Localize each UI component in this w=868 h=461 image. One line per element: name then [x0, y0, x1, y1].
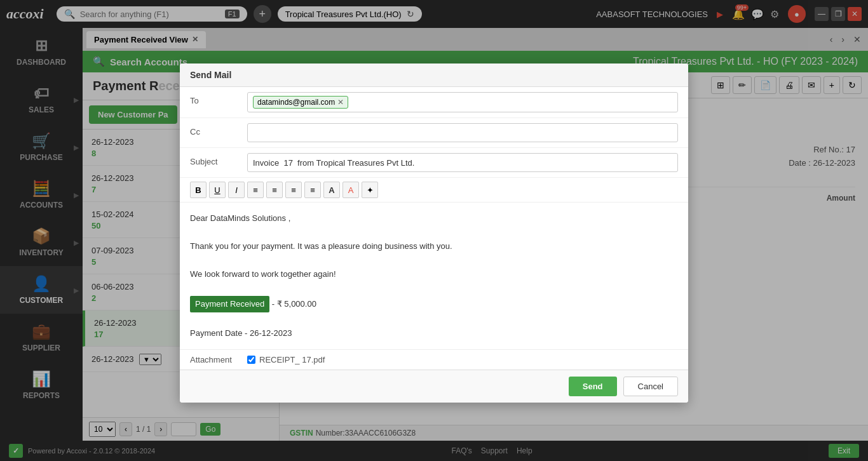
modal-overlay: Send Mail To dataminds@gmail.com ✕ Cc	[0, 0, 868, 461]
align-left-button[interactable]: ≡	[266, 182, 283, 198]
align-center-button[interactable]: ≡	[285, 182, 302, 198]
modal-header: Send Mail	[180, 63, 688, 87]
body-line2: We look forward to work together again!	[190, 267, 678, 281]
attachment-row: Attachment RECEIPT_ 17.pdf	[180, 349, 688, 370]
email-chip-close[interactable]: ✕	[337, 98, 344, 107]
email-chip-value: dataminds@gmail.com	[257, 98, 335, 107]
subject-field[interactable]	[247, 153, 678, 172]
to-row: To dataminds@gmail.com ✕	[180, 87, 688, 118]
to-field[interactable]: dataminds@gmail.com ✕	[247, 92, 678, 112]
body-line1: Thank you for your payment. It was a ple…	[190, 239, 678, 253]
payment-date-label: Payment Date -	[190, 328, 247, 338]
payment-dash: -	[269, 299, 275, 309]
italic-button[interactable]: I	[228, 182, 245, 198]
cc-field[interactable]	[247, 123, 678, 142]
payment-received-badge: Payment Received	[190, 296, 269, 312]
attachment-checkbox[interactable]	[247, 356, 255, 364]
payment-date-line: Payment Date - 26-12-2023	[190, 326, 678, 340]
modal-footer: Send Cancel	[180, 370, 688, 403]
modal-title: Send Mail	[190, 70, 231, 80]
bold-button[interactable]: B	[190, 182, 207, 198]
cc-label: Cc	[190, 123, 241, 137]
payment-date-value: 26-12-2023	[247, 328, 292, 338]
cc-row: Cc	[180, 118, 688, 148]
attachment-label: Attachment	[190, 355, 241, 364]
send-button[interactable]: Send	[569, 377, 617, 396]
greeting-line: Dear DataMinds Solutions ,	[190, 211, 678, 225]
send-mail-modal: Send Mail To dataminds@gmail.com ✕ Cc	[180, 63, 688, 403]
modal-body: To dataminds@gmail.com ✕ Cc Subject	[180, 87, 688, 370]
underline-button[interactable]: U	[209, 182, 226, 198]
subject-input[interactable]	[253, 158, 672, 168]
clear-format-button[interactable]: ✦	[362, 182, 378, 198]
font-color-button[interactable]: A	[323, 182, 340, 198]
subject-row: Subject	[180, 148, 688, 178]
align-right-button[interactable]: ≡	[304, 182, 321, 198]
payment-received-line: Payment Received - ₹ 5,000.00	[190, 296, 678, 312]
to-label: To	[190, 92, 241, 105]
highlight-button[interactable]: A	[342, 182, 359, 198]
attachment-filename: RECEIPT_ 17.pdf	[259, 355, 325, 364]
editor-toolbar: B U I ≡ ≡ ≡ ≡ A A ✦	[180, 178, 688, 203]
cancel-button[interactable]: Cancel	[623, 377, 678, 396]
attachment-check[interactable]: RECEIPT_ 17.pdf	[247, 355, 325, 364]
email-chip: dataminds@gmail.com ✕	[253, 96, 348, 109]
list-button[interactable]: ≡	[247, 182, 264, 198]
payment-amount: ₹ 5,000.00	[275, 299, 316, 309]
subject-label: Subject	[190, 153, 241, 166]
editor-content[interactable]: Dear DataMinds Solutions , Thank you for…	[180, 203, 688, 349]
